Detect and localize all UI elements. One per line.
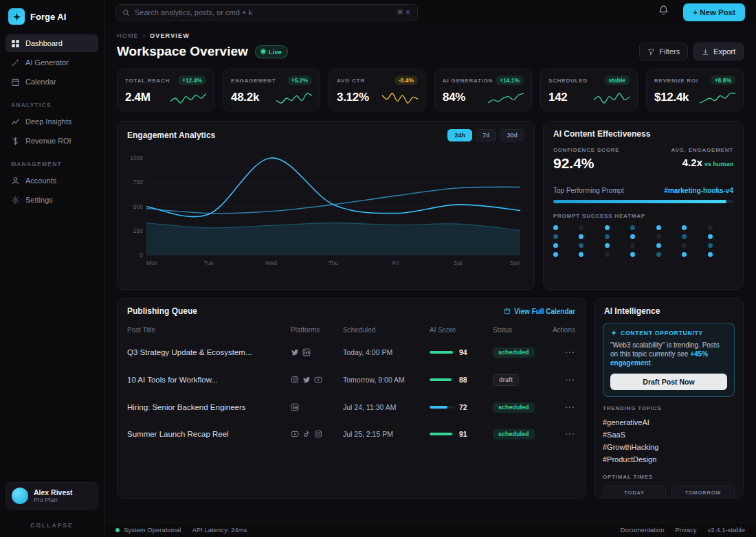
ai-score-value: 72 — [459, 403, 467, 411]
app-name: Forge AI — [30, 12, 66, 22]
table-header-row: Post TitlePlatformsScheduledAI ScoreStat… — [127, 321, 575, 339]
avatar — [12, 488, 28, 504]
user-card[interactable]: Alex Rivest Pro Plan — [5, 482, 98, 510]
row-actions-button[interactable]: ··· — [551, 376, 575, 384]
prompt-progress-track — [553, 200, 733, 203]
sidebar-item-settings[interactable]: Settings — [5, 191, 98, 209]
heatmap-dot — [553, 234, 558, 239]
search-box[interactable]: ⌘ K — [115, 4, 418, 21]
status-badge: scheduled — [493, 402, 535, 413]
filters-button[interactable]: Filters — [639, 43, 688, 60]
range-pill-30d[interactable]: 30d — [500, 129, 524, 141]
row-actions-button[interactable]: ··· — [551, 430, 575, 438]
calendar-icon — [11, 78, 20, 87]
export-button[interactable]: Export — [693, 43, 744, 60]
platforms-cell — [291, 376, 343, 384]
row-actions-button[interactable]: ··· — [551, 348, 575, 356]
optimal-time-value: 4:15 PM — [606, 497, 663, 499]
stat-value: 48.2k — [231, 91, 259, 104]
platforms-cell — [291, 403, 343, 411]
svg-text:250: 250 — [133, 227, 143, 234]
sidebar-item-label: Dashboard — [25, 39, 63, 47]
user-icon — [11, 176, 20, 185]
instagram-icon — [314, 430, 322, 438]
ai-score-cell: 94 — [430, 348, 493, 356]
notifications-button[interactable] — [658, 5, 674, 20]
sidebar-item-ai-generator[interactable]: AI Generator — [5, 54, 98, 71]
heatmap-dot — [630, 252, 635, 257]
sidebar-item-deep-insights[interactable]: Deep Insights — [5, 113, 98, 130]
stat-value: 84% — [443, 91, 465, 104]
svg-text:Mon: Mon — [146, 260, 158, 266]
table-row[interactable]: Q3 Strategy Update & Ecosystem... Today,… — [127, 339, 575, 366]
ai-intelligence-title: AI Intelligence — [604, 306, 660, 316]
sidebar-nav: DashboardAI GeneratorCalendarANALYTICSDe… — [0, 34, 104, 210]
column-header-scheduled: Scheduled — [343, 326, 430, 334]
sidebar-item-revenue-roi[interactable]: Revenue ROI — [5, 132, 98, 150]
range-toggle: 24h7d30d — [447, 129, 524, 141]
stat-delta-badge: stable — [604, 76, 630, 85]
sidebar-item-label: Revenue ROI — [25, 137, 71, 145]
row-actions-button[interactable]: ··· — [551, 403, 575, 411]
stat-card-revenue-roi: REVENUE ROI+8.8% $12.4k — [646, 69, 744, 111]
sparkle-logo-icon — [12, 12, 21, 21]
breadcrumb-home[interactable]: HOME — [117, 32, 139, 39]
table-row[interactable]: 10 AI Tools for Workflow... Tomorrow, 9:… — [127, 366, 575, 394]
ai-score-bar — [430, 406, 454, 409]
avg-engagement-label: AVG. ENGAGEMENT — [671, 147, 733, 153]
heatmap-dot — [708, 243, 713, 248]
range-pill-7d[interactable]: 7d — [476, 129, 497, 141]
privacy-link[interactable]: Privacy — [675, 526, 696, 534]
new-post-button[interactable]: + New Post — [683, 3, 745, 21]
avg-engagement-value: 4.2x — [682, 157, 702, 168]
publishing-queue-table: Post TitlePlatformsScheduledAI ScoreStat… — [118, 321, 585, 448]
prompt-success-heatmap — [553, 225, 733, 257]
svg-text:Wed: Wed — [265, 260, 278, 266]
youtube-icon — [291, 430, 299, 438]
stat-delta-badge: +8.8% — [711, 76, 735, 85]
ai-score-cell: 91 — [430, 430, 493, 438]
optimal-time-tomorrow: TOMORROW10:30 AM — [671, 485, 735, 499]
heatmap-dot — [579, 243, 583, 248]
app-root: Forge AI DashboardAI GeneratorCalendarAN… — [0, 0, 756, 537]
sidebar-item-dashboard[interactable]: Dashboard — [5, 34, 98, 52]
optimal-times-row: TODAY4:15 PMTOMORROW10:30 AM — [603, 485, 735, 499]
range-pill-24h[interactable]: 24h — [447, 129, 472, 141]
svg-text:Tue: Tue — [203, 260, 214, 266]
trending-topic-growthhacking[interactable]: #GrowthHacking — [603, 441, 735, 453]
content-opportunity-label: CONTENT OPPORTUNITY — [621, 330, 703, 336]
stat-sparkline — [700, 92, 735, 104]
trending-topic-saas[interactable]: #SaaS — [603, 429, 735, 441]
top-prompt-link[interactable]: #marketing-hooks-v4 — [664, 187, 733, 194]
effectiveness-header: AI Content Effectiveness — [544, 122, 743, 144]
ai-intelligence-header: AI Intelligence — [594, 299, 743, 321]
ai-intelligence-body: CONTENT OPPORTUNITY "Web3 scalability" i… — [594, 321, 743, 499]
trending-topic-generativeai[interactable]: #generativeAI — [603, 416, 735, 429]
sidebar-item-accounts[interactable]: Accounts — [5, 172, 98, 190]
post-title: Q3 Strategy Update & Ecosystem... — [127, 348, 291, 356]
table-row[interactable]: Summer Launch Recap Reel Jul 25, 2:15 PM… — [127, 421, 575, 448]
sidebar-item-label: Settings — [25, 196, 53, 204]
draft-post-now-button[interactable]: Draft Post Now — [610, 374, 727, 390]
sidebar-item-calendar[interactable]: Calendar — [5, 73, 98, 91]
logo-mark — [8, 8, 25, 25]
prompt-progress-fill — [553, 200, 726, 203]
engagement-line-chart: 02505007501000MonTueWedThuFriSatSun — [127, 148, 524, 275]
heatmap-dot — [656, 243, 661, 248]
engagement-analytics-panel: Engagement Analytics 24h7d30d 0250500750… — [117, 121, 535, 290]
documentation-link[interactable]: Documentation — [621, 526, 665, 534]
search-input[interactable] — [135, 8, 392, 16]
header-actions: Filters Export — [639, 43, 744, 60]
publishing-queue-header: Publishing Queue View Full Calendar — [118, 299, 585, 321]
heatmap-dot — [553, 243, 558, 248]
heatmap-dot — [579, 252, 583, 257]
collapse-button[interactable]: COLLAPSE — [0, 515, 104, 537]
stat-delta-badge: +12.4% — [178, 76, 206, 85]
instagram-icon — [291, 376, 299, 384]
trending-topic-productdesign[interactable]: #ProductDesign — [603, 453, 735, 466]
view-full-calendar-link[interactable]: View Full Calendar — [504, 308, 575, 315]
system-status-dot — [115, 528, 120, 532]
stat-label: SCHEDULED — [548, 78, 588, 84]
table-row[interactable]: Hiring: Senior Backend Engineers Jul 24,… — [127, 394, 575, 421]
engagement-analytics-header: Engagement Analytics 24h7d30d — [118, 122, 534, 147]
